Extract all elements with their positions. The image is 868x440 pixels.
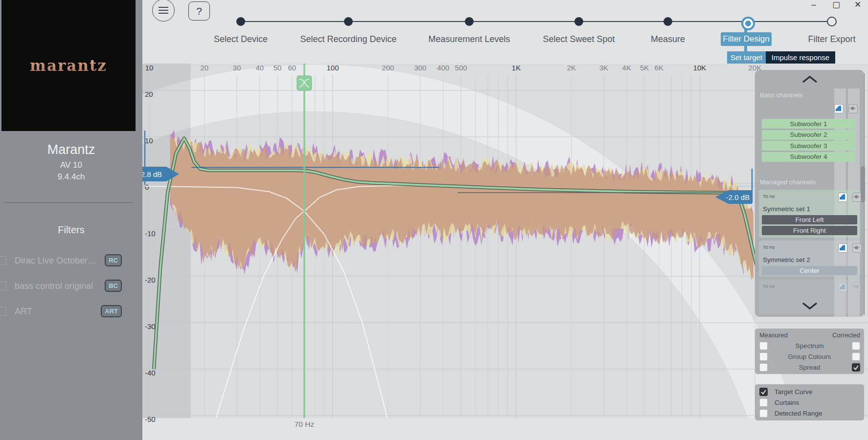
hamburger-icon bbox=[159, 7, 168, 14]
filter-row[interactable]: bass control originalBC bbox=[0, 281, 142, 292]
channels-panel: Bass channelsSubwoofer 1Subwoofer 2Subwo… bbox=[755, 70, 864, 317]
filters-title: Filters bbox=[0, 224, 142, 236]
x-tick-label: 500 bbox=[455, 64, 467, 72]
filter-type-badge: BC bbox=[105, 280, 122, 292]
x-tick-label: 10 bbox=[145, 64, 154, 72]
x-tick-label: 200 bbox=[382, 64, 394, 72]
x-tick-label: 1K bbox=[512, 64, 521, 72]
filter-checkbox[interactable] bbox=[0, 256, 6, 265]
bass-group-title: Bass channels bbox=[760, 91, 803, 99]
step-dot-done[interactable] bbox=[663, 17, 672, 26]
overlay-row-label: Detected Range bbox=[775, 410, 822, 417]
scroll-down-button[interactable] bbox=[755, 300, 864, 312]
step-label: Measure bbox=[651, 34, 685, 44]
x-tick-label: 30 bbox=[233, 64, 241, 72]
step-label: Select Recording Device bbox=[300, 34, 396, 44]
display-row-label: Spectrum bbox=[755, 342, 864, 350]
crossover-cursor-handle[interactable] bbox=[297, 76, 312, 90]
device-brand: Marantz bbox=[0, 142, 142, 157]
subtab-set-target[interactable]: Set target bbox=[727, 51, 766, 64]
x-tick-label: 300 bbox=[414, 64, 426, 72]
filter-applied-icon[interactable] bbox=[834, 104, 844, 113]
x-tick-label: 400 bbox=[437, 64, 449, 72]
window-close-button[interactable]: ✕ bbox=[853, 1, 862, 9]
filter-row[interactable]: ARTART bbox=[0, 306, 142, 318]
help-button[interactable]: ? bbox=[188, 1, 210, 21]
step-dot-done[interactable] bbox=[574, 17, 583, 26]
filter-label: Dirac Live October… bbox=[15, 256, 96, 266]
sidebar: marantz Marantz AV 10 9.4.4ch Filters Di… bbox=[0, 0, 142, 440]
step-label: Measurement Levels bbox=[428, 34, 510, 44]
managed-title: Managed channels bbox=[760, 178, 816, 186]
subtab-impulse-response[interactable]: Impulse response bbox=[766, 51, 835, 64]
x-tick-label: 10K bbox=[693, 64, 707, 72]
x-tick-label: 60 bbox=[288, 64, 296, 72]
step-dot-todo[interactable] bbox=[827, 17, 837, 26]
y-tick-label: -40 bbox=[145, 369, 156, 377]
display-row-label: Spread bbox=[755, 364, 864, 371]
channels-scrollbar-thumb[interactable] bbox=[861, 166, 865, 202]
low-frequency-curtain bbox=[142, 64, 190, 418]
filter-applied-icon[interactable] bbox=[838, 243, 847, 253]
filter-applied-icon[interactable] bbox=[838, 193, 847, 202]
marantz-logo: marantz bbox=[30, 57, 107, 74]
symmetric-set-label: Symmetric set 1 bbox=[763, 205, 810, 213]
channel-button-subwoofer-3[interactable]: Subwoofer 3 bbox=[762, 141, 855, 151]
step-dot-done[interactable] bbox=[344, 17, 353, 26]
channel-button-subwoofer-4[interactable]: Subwoofer 4 bbox=[762, 152, 855, 162]
corrected-header: Corrected bbox=[832, 331, 860, 339]
test-tone-icon[interactable] bbox=[852, 283, 862, 292]
x-tick-label: 2K bbox=[567, 64, 576, 72]
step-dot-active[interactable] bbox=[743, 19, 753, 28]
scroll-up-button[interactable] bbox=[755, 73, 864, 86]
step-dot-done[interactable] bbox=[236, 17, 245, 26]
step-label: Select Device bbox=[214, 34, 268, 44]
y-tick-label: -20 bbox=[145, 276, 156, 284]
step-label: Select Sweet Spot bbox=[543, 34, 615, 44]
filter-design-active-label[interactable]: Filter Design bbox=[721, 32, 772, 46]
curtains-checkbox[interactable] bbox=[759, 398, 768, 407]
channel-button-subwoofer-2[interactable]: Subwoofer 2 bbox=[762, 130, 855, 140]
x-tick-label: 3K bbox=[599, 64, 608, 72]
filter-checkbox[interactable] bbox=[0, 282, 6, 290]
device-model: AV 10 bbox=[0, 160, 142, 170]
channel-button-center[interactable]: Center bbox=[762, 266, 857, 275]
test-tone-icon[interactable] bbox=[848, 104, 858, 113]
y-tick-label: -10 bbox=[145, 229, 156, 238]
crossover-frequency-label: 70 Hz bbox=[763, 244, 775, 250]
sidebar-divider bbox=[4, 202, 133, 203]
menu-button[interactable] bbox=[152, 0, 175, 22]
detected-range-checkbox[interactable] bbox=[759, 409, 768, 418]
device-channel-config: 9.4.4ch bbox=[0, 172, 142, 182]
y-tick-label: 0 bbox=[145, 183, 149, 191]
channel-button-front-left[interactable]: Front Left bbox=[762, 215, 857, 224]
y-tick-label: 10 bbox=[145, 136, 153, 145]
overlay-row-label: Target Curve bbox=[775, 388, 812, 396]
overlay-row-label: Curtains bbox=[775, 399, 799, 406]
step-label: Filter Export bbox=[808, 34, 855, 44]
x-tick-label: 40 bbox=[255, 64, 264, 72]
target-curve-checkbox[interactable] bbox=[759, 388, 768, 396]
test-tone-icon[interactable] bbox=[852, 243, 862, 253]
filter-type-badge: ART bbox=[101, 305, 122, 317]
managed-group-card: 70 HzSymmetric set 1Front LeftFront Righ… bbox=[759, 190, 860, 238]
channel-button-subwoofer-1[interactable]: Subwoofer 1 bbox=[762, 119, 855, 129]
window-minimize-button[interactable]: – bbox=[809, 1, 818, 9]
filter-row[interactable]: Dirac Live October…RC bbox=[0, 255, 142, 267]
y-tick-label: -30 bbox=[145, 322, 156, 330]
brand-logo-box: marantz bbox=[1, 0, 136, 131]
overlay-options-panel: Target CurveCurtainsDetected Range bbox=[755, 384, 864, 420]
step-dot-done[interactable] bbox=[465, 17, 474, 26]
window-maximize-button[interactable]: ▢ bbox=[832, 1, 841, 9]
crossover-frequency-label: 70 Hz bbox=[763, 284, 775, 289]
filter-label: ART bbox=[15, 307, 32, 317]
filter-checkbox[interactable] bbox=[0, 307, 6, 316]
x-tick-label: 5K bbox=[640, 64, 649, 72]
symmetric-set-label: Symmetric set 2 bbox=[763, 256, 810, 264]
measured-header: Measured bbox=[759, 331, 788, 339]
filter-applied-icon[interactable] bbox=[838, 283, 847, 292]
channel-button-front-right[interactable]: Front Right bbox=[762, 226, 857, 235]
help-icon: ? bbox=[196, 5, 202, 17]
crossover-cursor-label: 70 Hz bbox=[295, 420, 315, 428]
filter-label: bass control original bbox=[15, 281, 93, 291]
